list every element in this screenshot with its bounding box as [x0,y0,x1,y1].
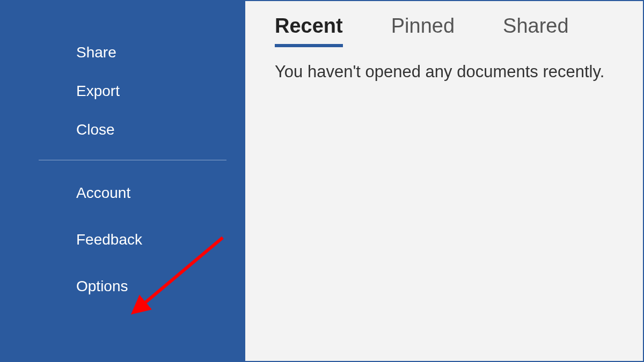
backstage-sidebar: Share Export Close Account Feedback Opti… [1,1,245,361]
sidebar-item-export[interactable]: Export [76,72,224,110]
sidebar-item-account[interactable]: Account [76,174,224,212]
tab-shared[interactable]: Shared [503,14,569,47]
sidebar-item-options[interactable]: Options [76,267,224,306]
sidebar-item-share[interactable]: Share [76,33,224,72]
sidebar-item-label: Options [76,278,128,294]
app-window: Share Export Close Account Feedback Opti… [1,1,643,361]
sidebar-item-label: Feedback [76,231,142,248]
tab-pinned[interactable]: Pinned [391,14,455,47]
sidebar-divider [39,160,226,160]
sidebar-item-label: Account [76,184,130,201]
tab-label: Shared [503,14,569,37]
sidebar-item-label: Close [76,121,115,138]
sidebar-item-label: Export [76,83,120,99]
tab-label: Recent [275,14,343,37]
main-content: Recent Pinned Shared You haven't opened … [245,1,643,361]
tab-recent[interactable]: Recent [275,14,343,47]
sidebar-item-feedback[interactable]: Feedback [76,220,224,259]
sidebar-item-close[interactable]: Close [76,110,224,149]
documents-tabs: Recent Pinned Shared [275,14,621,47]
sidebar-item-label: Share [76,44,116,61]
empty-state-message: You haven't opened any documents recentl… [275,62,621,82]
tab-label: Pinned [391,14,455,37]
